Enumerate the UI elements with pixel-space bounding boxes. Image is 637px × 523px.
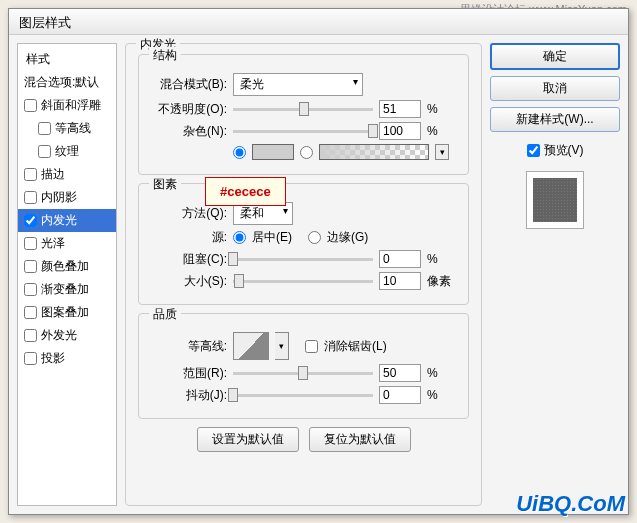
- color-callout: #cecece: [205, 177, 286, 206]
- dialog-title: 图层样式: [9, 9, 628, 35]
- source-edge-label: 边缘(G): [327, 229, 368, 246]
- structure-title: 结构: [149, 47, 181, 64]
- opacity-slider[interactable]: [233, 108, 373, 111]
- gradient-dropdown-icon[interactable]: ▾: [435, 144, 449, 160]
- styles-sidebar: 样式 混合选项:默认 斜面和浮雕等高线纹理描边内阴影内发光光泽颜色叠加渐变叠加图…: [17, 43, 117, 506]
- jitter-label: 抖动(J):: [149, 387, 227, 404]
- jitter-unit: %: [427, 388, 438, 402]
- range-unit: %: [427, 366, 438, 380]
- technique-label: 方法(Q):: [149, 205, 227, 222]
- sidebar-checkbox[interactable]: [24, 214, 37, 227]
- sidebar-item-label: 投影: [41, 350, 65, 367]
- sidebar-item-内发光[interactable]: 内发光: [18, 209, 116, 232]
- sidebar-checkbox[interactable]: [24, 260, 37, 273]
- sidebar-checkbox[interactable]: [24, 306, 37, 319]
- jitter-input[interactable]: [379, 386, 421, 404]
- range-slider[interactable]: [233, 372, 373, 375]
- sidebar-checkbox[interactable]: [24, 191, 37, 204]
- contour-picker[interactable]: [233, 332, 269, 360]
- sidebar-item-label: 等高线: [55, 120, 91, 137]
- elements-group: 图素 方法(Q): 柔和 源: 居中(E) 边缘(G) 阻塞(C):: [138, 183, 469, 305]
- sidebar-item-label: 描边: [41, 166, 65, 183]
- range-label: 范围(R):: [149, 365, 227, 382]
- noise-slider[interactable]: [233, 130, 373, 133]
- preview-label: 预览(V): [544, 142, 584, 159]
- sidebar-checkbox[interactable]: [24, 352, 37, 365]
- sidebar-item-label: 图案叠加: [41, 304, 89, 321]
- preview-checkbox[interactable]: [527, 144, 540, 157]
- ok-button[interactable]: 确定: [490, 43, 620, 70]
- contour-label: 等高线:: [149, 338, 227, 355]
- sidebar-item-label: 光泽: [41, 235, 65, 252]
- size-slider[interactable]: [233, 280, 373, 283]
- noise-unit: %: [427, 124, 438, 138]
- quality-group: 品质 等高线: ▾ 消除锯齿(L) 范围(R): %: [138, 313, 469, 419]
- jitter-slider[interactable]: [233, 394, 373, 397]
- sidebar-item-斜面和浮雕[interactable]: 斜面和浮雕: [18, 94, 116, 117]
- sidebar-checkbox[interactable]: [24, 329, 37, 342]
- size-label: 大小(S):: [149, 273, 227, 290]
- source-center-radio[interactable]: [233, 231, 246, 244]
- range-input[interactable]: [379, 364, 421, 382]
- opacity-unit: %: [427, 102, 438, 116]
- sidebar-checkbox[interactable]: [24, 237, 37, 250]
- source-label: 源:: [149, 229, 227, 246]
- reset-default-button[interactable]: 复位为默认值: [309, 427, 411, 452]
- watermark-bottom: UiBQ.CoM: [516, 491, 625, 517]
- opacity-label: 不透明度(O):: [149, 101, 227, 118]
- choke-unit: %: [427, 252, 438, 266]
- sidebar-item-label: 纹理: [55, 143, 79, 160]
- choke-input[interactable]: [379, 250, 421, 268]
- right-panel: 确定 取消 新建样式(W)... 预览(V): [490, 43, 620, 506]
- inner-glow-panel: 内发光 结构 混合模式(B): 柔光 不透明度(O): % 杂色(N):: [125, 43, 482, 506]
- sidebar-item-等高线[interactable]: 等高线: [18, 117, 116, 140]
- choke-slider[interactable]: [233, 258, 373, 261]
- choke-label: 阻塞(C):: [149, 251, 227, 268]
- cancel-button[interactable]: 取消: [490, 76, 620, 101]
- sidebar-item-描边[interactable]: 描边: [18, 163, 116, 186]
- blend-mode-label: 混合模式(B):: [149, 76, 227, 93]
- elements-title: 图素: [149, 176, 181, 193]
- sidebar-item-光泽[interactable]: 光泽: [18, 232, 116, 255]
- sidebar-item-内阴影[interactable]: 内阴影: [18, 186, 116, 209]
- contour-dropdown-icon[interactable]: ▾: [275, 332, 289, 360]
- blend-mode-dropdown[interactable]: 柔光: [233, 73, 363, 96]
- noise-label: 杂色(N):: [149, 123, 227, 140]
- source-edge-radio[interactable]: [308, 231, 321, 244]
- gradient-swatch[interactable]: [319, 144, 429, 160]
- sidebar-item-投影[interactable]: 投影: [18, 347, 116, 370]
- sidebar-item-label: 内阴影: [41, 189, 77, 206]
- gradient-radio[interactable]: [300, 146, 313, 159]
- sidebar-checkbox[interactable]: [38, 122, 51, 135]
- structure-group: 结构 混合模式(B): 柔光 不透明度(O): % 杂色(N):: [138, 54, 469, 175]
- sidebar-checkbox[interactable]: [24, 99, 37, 112]
- quality-title: 品质: [149, 306, 181, 323]
- sidebar-item-label: 颜色叠加: [41, 258, 89, 275]
- sidebar-checkbox[interactable]: [38, 145, 51, 158]
- sidebar-item-纹理[interactable]: 纹理: [18, 140, 116, 163]
- layer-style-dialog: 图层样式 样式 混合选项:默认 斜面和浮雕等高线纹理描边内阴影内发光光泽颜色叠加…: [8, 8, 629, 515]
- size-input[interactable]: [379, 272, 421, 290]
- set-default-button[interactable]: 设置为默认值: [197, 427, 299, 452]
- sidebar-item-label: 内发光: [41, 212, 77, 229]
- noise-input[interactable]: [379, 122, 421, 140]
- sidebar-blend-options[interactable]: 混合选项:默认: [18, 71, 116, 94]
- sidebar-item-label: 外发光: [41, 327, 77, 344]
- sidebar-item-渐变叠加[interactable]: 渐变叠加: [18, 278, 116, 301]
- sidebar-item-颜色叠加[interactable]: 颜色叠加: [18, 255, 116, 278]
- color-radio[interactable]: [233, 146, 246, 159]
- sidebar-header-styles: 样式: [18, 48, 116, 71]
- source-center-label: 居中(E): [252, 229, 292, 246]
- antialias-checkbox[interactable]: [305, 340, 318, 353]
- sidebar-checkbox[interactable]: [24, 283, 37, 296]
- sidebar-item-图案叠加[interactable]: 图案叠加: [18, 301, 116, 324]
- new-style-button[interactable]: 新建样式(W)...: [490, 107, 620, 132]
- opacity-input[interactable]: [379, 100, 421, 118]
- antialias-label: 消除锯齿(L): [324, 338, 387, 355]
- sidebar-item-外发光[interactable]: 外发光: [18, 324, 116, 347]
- sidebar-item-label: 斜面和浮雕: [41, 97, 101, 114]
- sidebar-item-label: 渐变叠加: [41, 281, 89, 298]
- sidebar-checkbox[interactable]: [24, 168, 37, 181]
- color-swatch[interactable]: [252, 144, 294, 160]
- preview-thumbnail: [526, 171, 584, 229]
